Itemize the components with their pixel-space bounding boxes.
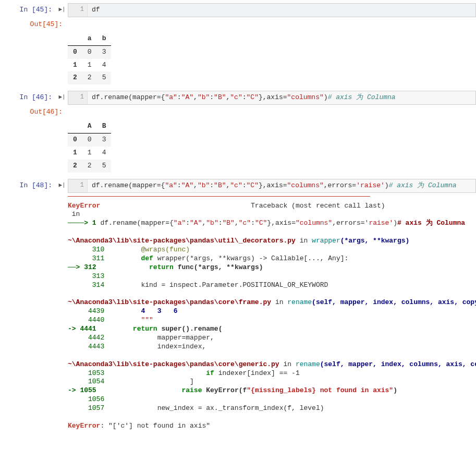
dataframe-output: AB003114225 — [68, 120, 111, 173]
df-index: 0 — [68, 45, 82, 58]
code-cell: In [46]:▶|1df.rename(mapper={"a":"A","b"… — [0, 91, 476, 105]
df-cell: 0 — [82, 134, 97, 147]
arrow-icon: ──> 312 — [68, 263, 100, 271]
arrow-icon: ────> 1 — [68, 219, 96, 227]
df-cell: 4 — [97, 59, 112, 72]
code-text[interactable]: df.rename(mapper={"a":"A","b":"B","c":"C… — [88, 179, 461, 192]
code-cell: In [45]:▶|1df — [0, 3, 476, 17]
line-number: 1 — [68, 179, 88, 192]
df-header: b — [97, 32, 112, 45]
df-cell: 0 — [82, 45, 97, 58]
df-header: a — [82, 32, 97, 45]
code-text[interactable]: df — [88, 4, 104, 17]
df-cell: 5 — [97, 71, 112, 84]
df-index: 1 — [68, 147, 82, 160]
code-input-area[interactable]: 1df.rename(mapper={"a":"A","b":"B","c":"… — [68, 179, 476, 193]
run-cell-icon[interactable]: ▶| — [56, 91, 68, 101]
file-path: ~\Anaconda3\lib\site-packages\pandas\uti… — [68, 237, 296, 245]
df-index: 1 — [68, 59, 82, 72]
code-input-area[interactable]: 1df — [68, 3, 476, 17]
df-index: 2 — [68, 160, 82, 173]
output-row: Out[45]: — [0, 18, 476, 29]
df-header — [68, 120, 82, 133]
error-name: KeyError — [68, 422, 100, 430]
df-index: 0 — [68, 134, 82, 147]
df-cell: 5 — [97, 160, 112, 173]
line-number: 1 — [68, 91, 88, 104]
file-path: ~\Anaconda3\lib\site-packages\pandas\cor… — [68, 360, 279, 368]
run-cell-icon[interactable]: ▶| — [56, 3, 68, 13]
df-header: B — [97, 120, 112, 133]
output-row: Out[46]: — [0, 106, 476, 117]
error-message: : "['c'] not found in axis" — [100, 422, 210, 430]
traceback-text: Traceback (most recent call last) — [100, 202, 385, 210]
error-name: KeyError — [68, 202, 100, 210]
in-prompt: In [45]: — [0, 3, 56, 15]
traceback-divider — [68, 196, 370, 197]
out-prompt: Out[46]: — [0, 106, 67, 117]
func-name: rename — [296, 360, 320, 368]
df-cell: 3 — [97, 134, 112, 147]
df-cell: 2 — [82, 71, 97, 84]
file-path: ~\Anaconda3\lib\site-packages\pandas\cor… — [68, 298, 271, 306]
in-prompt: In [48]: — [0, 179, 56, 190]
in-prompt: In [46]: — [0, 91, 56, 102]
arrow-icon: -> 4441 — [68, 325, 100, 333]
code-text[interactable]: df.rename(mapper={"a":"A","b":"B","c":"C… — [88, 91, 400, 104]
code-cell: In [48]:▶|1df.rename(mapper={"a":"A","b"… — [0, 179, 476, 193]
tb-code: df.rename(mapper={"a":"A","b":"B","c":"C… — [96, 219, 465, 227]
df-header — [68, 32, 82, 45]
df-cell: 1 — [82, 147, 97, 160]
dataframe-output: ab003114225 — [68, 32, 111, 85]
code-input-area[interactable]: 1df.rename(mapper={"a":"A","b":"B","c":"… — [68, 91, 476, 105]
func-name: rename — [287, 298, 312, 306]
df-cell: 2 — [82, 160, 97, 173]
df-cell: 3 — [97, 45, 112, 58]
run-cell-icon[interactable]: ▶| — [56, 179, 68, 189]
func-name: wrapper — [312, 237, 340, 245]
df-index: 2 — [68, 71, 82, 84]
df-header: A — [82, 120, 97, 133]
df-cell: 4 — [97, 147, 112, 160]
line-number: 1 — [68, 4, 88, 17]
traceback: KeyError Traceback (most recent call las… — [0, 198, 476, 435]
output-content: ab003114225 — [0, 29, 476, 88]
df-cell: 1 — [82, 59, 97, 72]
output-content: AB003114225 — [0, 117, 476, 176]
out-prompt: Out[45]: — [0, 18, 67, 29]
arrow-icon: -> 1055 — [68, 386, 100, 394]
